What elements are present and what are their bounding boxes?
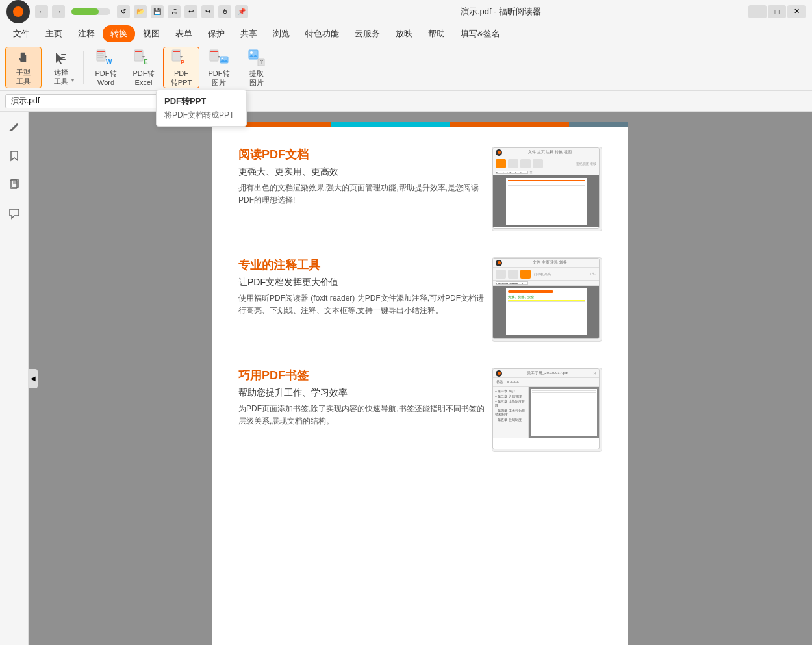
- menu-browse[interactable]: 浏览: [265, 25, 298, 42]
- select-icon: [51, 49, 71, 67]
- pdf-to-excel-label: PDF转Excel: [133, 70, 155, 86]
- minimize-btn[interactable]: ─: [748, 5, 767, 18]
- title-bar-controls: ← → ↺ 📂 💾 🖨 ↩ ↪ 🖱 📌: [35, 5, 248, 18]
- section-bookmark-preview: 员工手册_20120917.pdf ✕ 书签 A A A A + 第一章 简介: [492, 368, 602, 452]
- menu-cloud[interactable]: 云服务: [347, 25, 388, 42]
- pdf-section-bookmark: 巧用PDF书签 帮助您提升工作、学习效率 为PDF页面添加书签,除了实现内容的快…: [238, 368, 602, 452]
- sidebar-collapse-btn[interactable]: ◀: [29, 369, 38, 388]
- hand-tool-label: 手型工具: [16, 68, 31, 85]
- pdf-to-ppt-btn[interactable]: P PDF转PPT: [163, 47, 199, 88]
- extract-image-label: 提取图片: [249, 70, 264, 86]
- pdf-to-word-label: PDF转Word: [95, 70, 117, 86]
- svg-rect-13: [173, 51, 180, 52]
- menu-form[interactable]: 表单: [168, 25, 200, 42]
- menu-share[interactable]: 共享: [233, 25, 265, 42]
- sidebar-bookmark-icon[interactable]: [4, 145, 25, 166]
- pdf-to-excel-icon: E: [133, 47, 154, 68]
- hand-icon: [13, 49, 34, 67]
- pdf-to-word-icon: W: [95, 47, 116, 68]
- sidebar-edit-icon[interactable]: [4, 117, 25, 138]
- section-annotate-subtitle: 让PDF文档发挥更大价值: [238, 277, 485, 288]
- section-bookmark-title: 巧用PDF书签: [238, 368, 485, 383]
- section-bookmark-subtitle: 帮助您提升工作、学习效率: [238, 387, 485, 399]
- svg-rect-5: [97, 53, 103, 54]
- svg-rect-4: [97, 51, 105, 52]
- extract-image-btn[interactable]: 提取图片: [238, 47, 275, 88]
- maximize-btn[interactable]: □: [768, 5, 786, 18]
- tooltip-title: PDF转PPT: [164, 95, 238, 107]
- pdf-to-image-icon: [209, 47, 229, 68]
- section-annotate-desc: 使用福昕PDF阅读器 (foxit reader) 为PDF文件添加注释,可对P…: [238, 292, 485, 317]
- main-content: ◀ 阅读PDF文档 更强大、更实用、更高效 拥有出色的文档渲染: [0, 112, 812, 645]
- select-tool-btn[interactable]: 选择工具 ▼: [43, 47, 79, 88]
- pdf-page: 阅读PDF文档 更强大、更实用、更高效 拥有出色的文档渲染效果,强大的页面管理功…: [212, 122, 628, 645]
- left-sidebar: ◀: [0, 112, 29, 645]
- app-logo: [6, 0, 30, 23]
- refresh-btn[interactable]: ↺: [117, 5, 130, 18]
- pdf-to-word-btn[interactable]: W PDF转Word: [88, 47, 124, 88]
- toolbar: 手型工具 选择工具 ▼ W PDF转: [0, 44, 812, 91]
- top-color-bar: [212, 122, 628, 127]
- section-read-title: 阅读PDF文档: [238, 147, 485, 162]
- svg-point-20: [250, 51, 253, 54]
- forward-btn[interactable]: →: [52, 5, 65, 18]
- section-bookmark-desc: 为PDF页面添加书签,除了实现内容的快速导航,书签还能指明不同书签的层级关系,展…: [238, 403, 485, 427]
- section-read-preview: 文件 主页 注释 转换 视图 追忆视图 继续: [492, 147, 602, 231]
- title-bar: ← → ↺ 📂 💾 🖨 ↩ ↪ 🖱 📌 演示.pdf - 福昕阅读器 ─ □ ✕: [0, 0, 812, 23]
- address-bar: [0, 91, 812, 112]
- menu-view[interactable]: 视图: [135, 25, 168, 42]
- window-title: 演示.pdf - 福昕阅读器: [253, 6, 748, 18]
- pdf-to-image-label: PDF转图片: [209, 70, 230, 86]
- toolbar-separator-1: [83, 51, 84, 84]
- undo-btn[interactable]: ↩: [184, 5, 197, 18]
- svg-rect-19: [249, 50, 258, 59]
- menu-fill-sign[interactable]: 填写&签名: [453, 25, 508, 42]
- svg-text:P: P: [181, 59, 184, 66]
- ppt-tooltip: PDF转PPT 将PDF文档转成PPT: [156, 90, 247, 127]
- tooltip-description: 将PDF文档转成PPT: [164, 110, 238, 121]
- pdf-to-ppt-icon: P: [171, 47, 192, 68]
- pin-btn[interactable]: 📌: [235, 5, 248, 18]
- svg-rect-16: [210, 51, 218, 52]
- window-controls: ─ □ ✕: [748, 5, 806, 18]
- section-read-subtitle: 更强大、更实用、更高效: [238, 166, 485, 178]
- redo-btn[interactable]: ↪: [201, 5, 214, 18]
- menu-help[interactable]: 帮助: [420, 25, 453, 42]
- hand-tool-btn[interactable]: 手型工具: [5, 47, 42, 88]
- document-area[interactable]: 阅读PDF文档 更强大、更实用、更高效 拥有出色的文档渲染效果,强大的页面管理功…: [29, 112, 812, 645]
- svg-text:W: W: [106, 58, 112, 66]
- close-btn[interactable]: ✕: [787, 5, 806, 18]
- back-btn[interactable]: ←: [35, 5, 48, 18]
- section-annotate-preview: 文件 主页 注释 转换 打字机 高亮 文件...: [492, 257, 602, 342]
- chevron-left-icon: ◀: [31, 375, 36, 382]
- menu-home[interactable]: 主页: [38, 25, 70, 42]
- menu-protect[interactable]: 保护: [200, 25, 233, 42]
- menu-features[interactable]: 特色功能: [298, 25, 347, 42]
- pdf-to-excel-btn[interactable]: E PDF转Excel: [125, 47, 162, 88]
- menu-file[interactable]: 文件: [5, 25, 38, 42]
- sidebar-comment-icon[interactable]: [4, 203, 25, 223]
- print-btn[interactable]: 🖨: [168, 5, 181, 18]
- svg-rect-2: [61, 59, 66, 60]
- select-tool-label: 选择工具: [54, 68, 68, 85]
- pdf-section-annotate: 专业的注释工具 让PDF文档发挥更大价值 使用福昕PDF阅读器 (foxit r…: [238, 257, 602, 342]
- svg-rect-7: [97, 57, 103, 58]
- svg-text:E: E: [144, 58, 148, 66]
- svg-rect-17: [220, 57, 228, 63]
- svg-rect-0: [61, 54, 66, 55]
- menu-annotate[interactable]: 注释: [70, 25, 103, 42]
- pdf-to-image-btn[interactable]: PDF转图片: [201, 47, 237, 88]
- extract-image-icon: [246, 47, 267, 68]
- cursor-btn[interactable]: 🖱: [218, 5, 231, 18]
- save-btn[interactable]: 💾: [151, 5, 164, 18]
- open-btn[interactable]: 📂: [134, 5, 147, 18]
- pdf-section-read: 阅读PDF文档 更强大、更实用、更高效 拥有出色的文档渲染效果,强大的页面管理功…: [238, 147, 602, 231]
- svg-rect-10: [135, 51, 142, 52]
- menu-present[interactable]: 放映: [388, 25, 420, 42]
- pdf-to-ppt-label: PDF转PPT: [171, 70, 192, 86]
- menu-bar: 文件 主页 注释 转换 视图 表单 保护 共享 浏览 特色功能 云服务 放映 帮…: [0, 23, 812, 44]
- menu-convert[interactable]: 转换: [103, 25, 135, 42]
- sidebar-pages-icon[interactable]: [4, 174, 25, 195]
- section-read-desc: 拥有出色的文档渲染效果,强大的页面管理功能,帮助提升效率,是您阅读PDF的理想选…: [238, 182, 485, 207]
- svg-rect-6: [97, 55, 104, 56]
